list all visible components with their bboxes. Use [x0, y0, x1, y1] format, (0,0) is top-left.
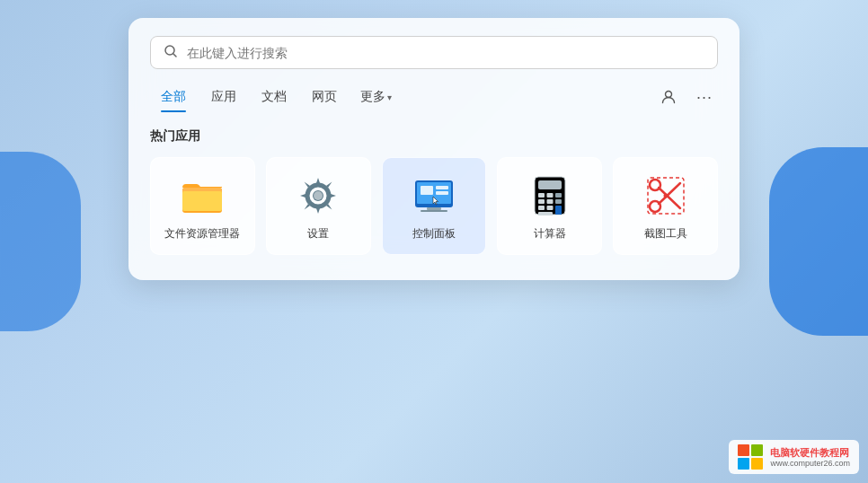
svg-rect-12 — [436, 186, 448, 189]
app-card-file-explorer[interactable]: 文件资源管理器 — [150, 157, 255, 255]
svg-point-8 — [314, 191, 323, 200]
svg-rect-18 — [538, 180, 562, 189]
svg-rect-28 — [538, 212, 553, 215]
tabs-right-actions: ··· — [655, 83, 718, 110]
app-label-calculator: 计算器 — [534, 226, 566, 242]
app-card-calculator[interactable]: 计算器 — [497, 157, 602, 255]
app-label-control-panel: 控制面板 — [412, 226, 456, 242]
person-icon-button[interactable] — [655, 83, 682, 110]
watermark: 电脑软硬件教程网 www.computer26.com — [729, 440, 859, 474]
svg-rect-20 — [546, 193, 553, 198]
search-bar[interactable] — [150, 36, 718, 69]
tab-apps[interactable]: 应用 — [200, 83, 247, 110]
scissors-icon — [644, 174, 687, 217]
tab-more[interactable]: 更多 ▾ — [351, 83, 401, 110]
svg-rect-5 — [182, 191, 222, 211]
section-title: 热门应用 — [150, 128, 718, 145]
search-icon — [164, 44, 178, 61]
tab-bar: 全部 应用 文档 网页 更多 ▾ ··· — [150, 83, 718, 110]
svg-rect-27 — [555, 206, 562, 215]
control-panel-icon — [412, 174, 456, 217]
app-label-file-explorer: 文件资源管理器 — [164, 226, 240, 242]
tab-more-label: 更多 — [360, 89, 385, 105]
app-card-snipping-tool[interactable]: 截图工具 — [613, 157, 718, 255]
svg-rect-21 — [555, 193, 562, 198]
svg-line-31 — [659, 183, 680, 204]
tab-all[interactable]: 全部 — [150, 83, 197, 110]
svg-rect-13 — [436, 191, 448, 195]
app-card-settings[interactable]: 设置 — [266, 157, 371, 255]
more-options-button[interactable]: ··· — [691, 83, 718, 110]
svg-rect-23 — [546, 199, 553, 204]
calculator-icon — [528, 174, 571, 217]
tab-docs[interactable]: 文档 — [251, 83, 297, 110]
folder-icon — [181, 174, 224, 217]
svg-rect-25 — [538, 206, 545, 210]
app-label-snipping-tool: 截图工具 — [644, 226, 687, 242]
chevron-down-icon: ▾ — [387, 92, 392, 102]
watermark-url: www.computer26.com — [770, 459, 850, 468]
windows-logo-icon — [738, 444, 763, 470]
svg-point-2 — [666, 92, 672, 98]
svg-rect-14 — [427, 207, 441, 210]
search-panel: 全部 应用 文档 网页 更多 ▾ ··· 热门应用 — [128, 18, 740, 280]
app-grid: 文件资源管理器 设置 — [150, 157, 718, 255]
gear-icon — [297, 174, 340, 217]
tab-web[interactable]: 网页 — [301, 83, 348, 110]
svg-rect-11 — [421, 186, 433, 195]
app-label-settings: 设置 — [307, 226, 329, 242]
watermark-title: 电脑软硬件教程网 — [770, 446, 850, 459]
svg-point-33 — [663, 194, 668, 198]
svg-rect-26 — [546, 206, 553, 210]
svg-line-32 — [659, 188, 680, 208]
svg-rect-15 — [421, 210, 447, 212]
watermark-text: 电脑软硬件教程网 www.computer26.com — [770, 446, 850, 468]
app-card-control-panel[interactable]: 控制面板 — [382, 157, 487, 255]
svg-rect-22 — [538, 199, 545, 204]
svg-rect-24 — [555, 199, 562, 204]
svg-rect-19 — [538, 193, 545, 198]
bg-decoration-left — [0, 152, 81, 331]
svg-line-1 — [173, 54, 176, 57]
bg-decoration-right — [769, 147, 868, 336]
search-input[interactable] — [187, 46, 704, 60]
